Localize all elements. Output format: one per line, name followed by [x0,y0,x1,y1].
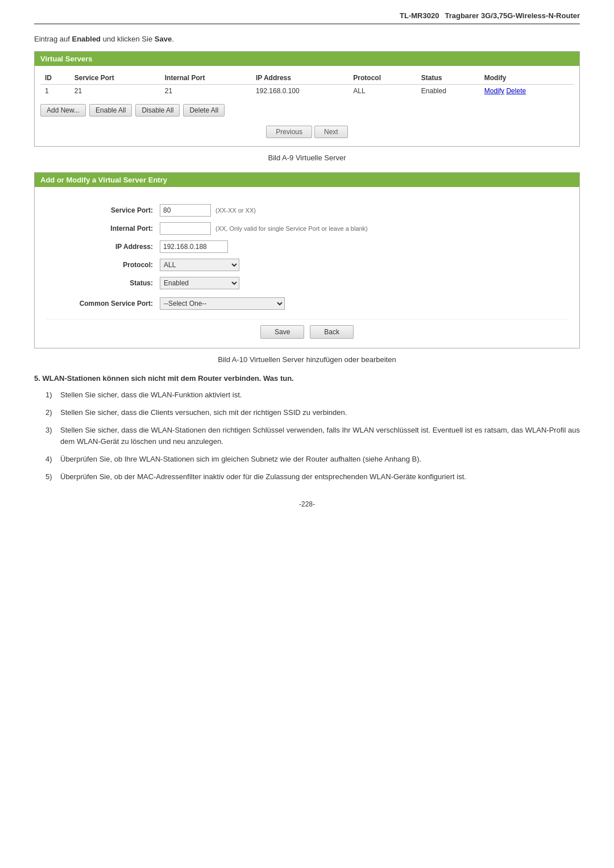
save-button[interactable]: Save [260,325,304,339]
ip-address-row: IP Address: [46,240,568,253]
list-item: 2) Stellen Sie sicher, dass die Clients … [45,407,580,419]
list-item: 1) Stellen Sie sicher, dass die WLAN-Fun… [45,389,580,401]
service-port-label: Service Port: [46,206,160,214]
enable-all-button[interactable]: Enable All [89,104,132,117]
list-num: 4) [45,454,60,466]
internal-port-label: Internal Port: [46,225,160,232]
list-text: Überprüfen Sie, ob der MAC-Adressenfilte… [60,471,580,483]
add-new-button[interactable]: Add New... [40,104,86,117]
section5-list: 1) Stellen Sie sicher, dass die WLAN-Fun… [34,389,580,483]
add-modify-header: Add or Modify a Virtual Server Entry [35,173,579,187]
cell-ip-address: 192.168.0.100 [251,85,349,98]
list-text: Überprüfen Sie, ob Ihre WLAN-Stationen s… [60,454,580,466]
next-button[interactable]: Next [314,126,348,138]
page-number: -228- [34,500,580,508]
table-header-row: ID Service Port Internal Port IP Address… [40,72,574,85]
protocol-label: Protocol: [46,261,160,269]
vs-nav-row: Previous Next [40,123,574,140]
list-item: 5) Überprüfen Sie, ob der MAC-Adressenfi… [45,471,580,483]
modify-link[interactable]: Modify [484,87,504,95]
list-text: Stellen Sie sicher, dass die WLAN-Statio… [60,425,580,448]
col-status: Status [417,72,480,85]
cell-service-port: 21 [70,85,160,98]
col-protocol: Protocol [349,72,417,85]
virtual-servers-table: ID Service Port Internal Port IP Address… [40,72,574,97]
cell-id: 1 [40,85,70,98]
col-modify: Modify [480,72,574,85]
service-port-row: Service Port: (XX-XX or XX) [46,204,568,217]
col-service-port: Service Port [70,72,160,85]
vs-buttons-row: Add New... Enable All Disable All Delete… [40,104,574,117]
common-service-select[interactable]: --Select One-- [160,297,285,310]
disable-all-button[interactable]: Disable All [135,104,180,117]
list-num: 2) [45,407,60,419]
list-num: 3) [45,425,60,437]
cell-protocol: ALL [349,85,417,98]
internal-port-row: Internal Port: (XX, Only valid for singl… [46,222,568,235]
caption-addmod: Bild A-10 Virtuellen Server hinzufügen o… [34,355,580,364]
col-ip-address: IP Address [251,72,349,85]
delete-link[interactable]: Delete [506,87,526,95]
cell-modify: Modify Delete [480,85,574,98]
service-port-hint: (XX-XX or XX) [215,207,256,214]
status-label: Status: [46,279,160,287]
page-header: TL-MR3020 Tragbarer 3G/3,75G-Wireless-N-… [34,11,580,24]
list-item: 3) Stellen Sie sicher, dass die WLAN-Sta… [45,425,580,448]
internal-port-input[interactable] [160,222,211,235]
ip-address-input[interactable] [160,240,228,253]
list-item: 4) Überprüfen Sie, ob Ihre WLAN-Statione… [45,454,580,466]
protocol-row: Protocol: ALL [46,259,568,271]
list-text: Stellen Sie sicher, dass die WLAN-Funkti… [60,389,580,401]
model-label: TL-MR3020 [400,11,439,20]
back-button[interactable]: Back [310,325,354,339]
internal-port-hint: (XX, Only valid for single Service Port … [215,225,368,232]
list-num: 1) [45,389,60,401]
cell-status: Enabled [417,85,480,98]
form-actions: Save Back [46,319,568,339]
add-modify-body: Service Port: (XX-XX or XX) Internal Por… [35,187,579,348]
status-select[interactable]: Enabled [160,277,239,289]
ip-address-label: IP Address: [46,243,160,251]
protocol-select[interactable]: ALL [160,259,239,271]
virtual-servers-body: ID Service Port Internal Port IP Address… [35,66,579,146]
previous-button[interactable]: Previous [266,126,312,138]
col-internal-port: Internal Port [160,72,251,85]
intro-text: Eintrag auf Enabled und klicken Sie Save… [34,35,580,43]
status-row: Status: Enabled [46,277,568,289]
section5-heading: 5. WLAN-Stationen können sich nicht mit … [34,374,580,383]
virtual-servers-panel: Virtual Servers ID Service Port Internal… [34,51,580,147]
list-num: 5) [45,471,60,483]
col-id: ID [40,72,70,85]
page-title: Tragbarer 3G/3,75G-Wireless-N-Router [445,11,580,20]
common-service-label: Common Service Port: [46,300,160,308]
add-modify-panel: Add or Modify a Virtual Server Entry Ser… [34,172,580,348]
common-service-row: Common Service Port: --Select One-- [46,297,568,310]
virtual-servers-header: Virtual Servers [35,52,579,66]
delete-all-button[interactable]: Delete All [183,104,225,117]
caption-vs: Bild A-9 Virtuelle Server [34,153,580,162]
service-port-input[interactable] [160,204,211,217]
cell-internal-port: 21 [160,85,251,98]
list-text: Stellen Sie sicher, dass die Clients ver… [60,407,580,419]
table-row: 1 21 21 192.168.0.100 ALL Enabled Modify… [40,85,574,98]
